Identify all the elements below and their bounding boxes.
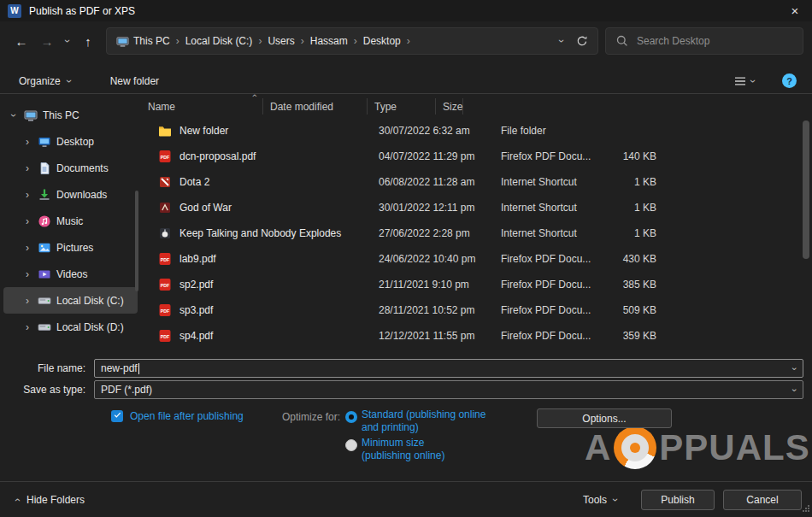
file-name: lab9.pdf xyxy=(179,253,216,265)
tools-label: Tools xyxy=(583,494,607,506)
chevron-right-icon[interactable]: › xyxy=(22,136,32,148)
sidebar-item[interactable]: ›Desktop xyxy=(3,128,138,155)
close-icon[interactable]: × xyxy=(778,0,812,21)
resize-grip[interactable] xyxy=(801,503,810,515)
breadcrumb-item[interactable]: Users xyxy=(263,35,298,47)
text-cursor xyxy=(138,363,139,374)
breadcrumb-item[interactable]: Hassam xyxy=(306,35,352,47)
breadcrumb-item[interactable]: Local Disk (C:) xyxy=(181,35,257,47)
chevron-right-icon[interactable]: › xyxy=(299,35,306,47)
sidebar-scrollbar[interactable] xyxy=(135,191,138,291)
chevron-right-icon[interactable]: › xyxy=(174,35,181,47)
organize-button[interactable]: Organize › xyxy=(10,70,79,92)
up-button[interactable]: ↑ xyxy=(75,28,101,54)
chevron-right-icon[interactable]: › xyxy=(352,35,359,47)
chevron-right-icon[interactable]: › xyxy=(405,35,412,47)
folder-icon xyxy=(158,124,172,138)
disk-icon xyxy=(38,320,51,334)
standard-radio[interactable] xyxy=(345,411,357,423)
save-type-select[interactable]: PDF (*.pdf) › xyxy=(94,380,803,399)
options-button[interactable]: Options... xyxy=(537,408,672,428)
chevron-down-icon: › xyxy=(64,79,74,83)
recent-locations-chevron-icon[interactable]: › xyxy=(60,28,75,54)
chevron-right-icon[interactable]: › xyxy=(22,215,32,227)
sidebar-item[interactable]: ›This PC xyxy=(3,102,138,128)
column-header[interactable]: Size xyxy=(436,98,463,115)
navigation-bar: ← → › ↑ This PC›Local Disk (C:)›Users›Ha… xyxy=(0,26,812,56)
documents-icon xyxy=(38,162,51,175)
address-dropdown-chevron-icon[interactable]: › xyxy=(560,35,563,47)
sidebar-item-label: Local Disk (C:) xyxy=(56,295,124,307)
search-input[interactable]: Search Desktop xyxy=(605,27,803,55)
help-button[interactable]: ? xyxy=(782,73,797,88)
file-row[interactable]: New folder30/07/2022 6:32 amFile folder xyxy=(141,118,812,144)
file-name: sp3.pdf xyxy=(179,304,213,316)
sidebar-item[interactable]: ›Local Disk (C:) xyxy=(3,287,138,314)
chevron-right-icon[interactable]: › xyxy=(22,321,32,333)
sidebar: ›This PC›Desktop›Documents›Downloads›Mus… xyxy=(0,95,141,355)
list-scrollbar[interactable] xyxy=(803,120,809,259)
minimum-size-radio[interactable] xyxy=(345,439,357,451)
sidebar-item[interactable]: ›Music xyxy=(3,208,138,234)
cancel-button[interactable]: Cancel xyxy=(723,490,802,510)
file-name-input[interactable]: new-pdf › xyxy=(94,359,803,378)
file-row[interactable]: Dota 206/08/2022 11:28 amInternet Shortc… xyxy=(141,169,812,195)
hide-folders-button[interactable]: › Hide Folders xyxy=(10,489,90,511)
breadcrumb-item[interactable]: This PC xyxy=(129,35,174,47)
chevron-down-icon[interactable]: › xyxy=(791,388,800,391)
open-after-checkbox[interactable] xyxy=(111,410,123,422)
forward-button[interactable]: → xyxy=(34,28,60,54)
chevron-right-icon[interactable]: › xyxy=(256,35,263,47)
window-title: Publish as PDF or XPS xyxy=(29,5,135,17)
gow-icon xyxy=(158,201,172,214)
word-app-icon: W xyxy=(8,4,21,18)
file-row[interactable]: God of War30/01/2022 12:11 pmInternet Sh… xyxy=(141,195,812,220)
sidebar-item[interactable]: ›Local Disk (D:) xyxy=(3,314,138,340)
file-row[interactable]: PDFsp4.pdf12/12/2021 11:55 pmFirefox PDF… xyxy=(141,323,812,349)
sidebar-item[interactable]: ›Documents xyxy=(3,155,138,181)
address-bar[interactable]: This PC›Local Disk (C:)›Users›Hassam›Des… xyxy=(106,27,598,55)
chevron-right-icon[interactable]: › xyxy=(22,242,32,254)
chevron-right-icon[interactable]: › xyxy=(22,268,32,280)
check-icon xyxy=(113,410,122,422)
chevron-down-icon[interactable]: › xyxy=(791,367,800,370)
sidebar-item[interactable]: ›Pictures xyxy=(3,234,138,261)
file-name-row: File name: new-pdf › xyxy=(0,359,803,378)
file-row[interactable]: PDFdcn-proposal.pdf04/07/2022 11:29 pmFi… xyxy=(141,144,812,169)
file-row[interactable]: Keep Talking and Nobody Explodes27/06/20… xyxy=(141,220,812,246)
back-button[interactable]: ← xyxy=(9,28,34,54)
file-type: Firefox PDF Docu... xyxy=(494,279,598,291)
chevron-right-icon[interactable]: › xyxy=(22,162,32,174)
file-date: 27/06/2022 2:28 pm xyxy=(372,227,494,239)
refresh-icon[interactable] xyxy=(575,34,589,48)
file-name-label: File name: xyxy=(0,362,94,374)
column-header[interactable]: Date modified xyxy=(263,98,368,115)
file-rows: New folder30/07/2022 6:32 amFile folderP… xyxy=(141,118,812,349)
chevron-right-icon[interactable]: › xyxy=(22,295,32,307)
file-row[interactable]: PDFsp2.pdf21/11/2021 9:10 pmFirefox PDF … xyxy=(141,272,812,297)
sidebar-item[interactable]: ›Videos xyxy=(3,261,138,287)
tools-button[interactable]: Tools › xyxy=(574,490,626,510)
new-folder-button[interactable]: New folder xyxy=(102,70,168,92)
dota-icon xyxy=(158,175,172,189)
command-toolbar: Organize › New folder › ? xyxy=(0,68,812,94)
videos-icon xyxy=(38,267,51,281)
sidebar-item[interactable]: ›Downloads xyxy=(3,181,138,208)
ktane-icon xyxy=(158,226,172,240)
chevron-down-icon[interactable]: › xyxy=(8,110,20,120)
file-row[interactable]: PDFsp3.pdf28/11/2021 10:52 pmFirefox PDF… xyxy=(141,297,812,323)
column-header[interactable]: Name xyxy=(141,98,263,115)
breadcrumb-item[interactable]: Desktop xyxy=(359,35,405,47)
svg-text:PDF: PDF xyxy=(161,257,169,262)
column-header[interactable]: Type xyxy=(368,98,436,115)
file-name: sp2.pdf xyxy=(179,279,213,291)
sidebar-item-label: Downloads xyxy=(56,189,107,201)
view-mode-button[interactable]: › xyxy=(728,70,760,92)
publish-button[interactable]: Publish xyxy=(641,490,715,510)
file-name: New folder xyxy=(179,125,228,137)
chevron-right-icon[interactable]: › xyxy=(22,189,32,201)
file-row[interactable]: PDFlab9.pdf24/06/2022 10:40 pmFirefox PD… xyxy=(141,246,812,272)
file-type: Internet Shortcut xyxy=(494,176,598,188)
optimize-for-label: Optimize for: xyxy=(282,411,340,423)
svg-text:PDF: PDF xyxy=(161,283,169,288)
